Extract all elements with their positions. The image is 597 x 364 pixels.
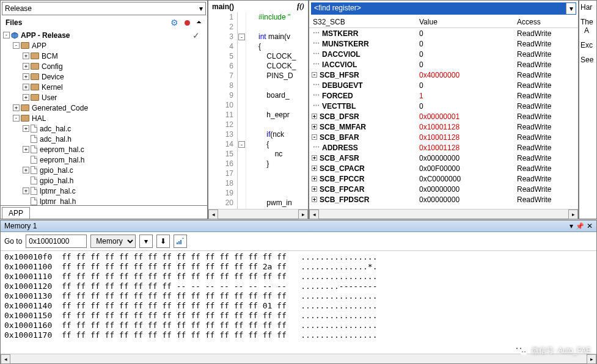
expand-icon[interactable]: +	[23, 73, 29, 80]
register-row[interactable]: ⋯DEBUGEVT0ReadWrite	[309, 80, 578, 90]
horizontal-scrollbar[interactable]: ◂ ▸	[208, 209, 308, 219]
expand-icon[interactable]: +	[23, 53, 29, 59]
file-gpio-c[interactable]: +gpio_hal.c	[3, 165, 205, 175]
file-gpio-h[interactable]: gpio_hal.h	[3, 175, 205, 186]
register-row[interactable]: ⋯MUNSTKERR0ReadWrite	[309, 38, 578, 49]
wechat-icon	[513, 344, 528, 357]
file-icon	[31, 135, 37, 143]
expand-icon[interactable]: +	[13, 104, 20, 111]
dropdown-button[interactable]: ▾	[139, 235, 153, 248]
chevron-down-icon[interactable]: ▾	[566, 3, 576, 14]
horizontal-scrollbar[interactable]: ◂ ▸	[309, 209, 578, 219]
file-lptmr-c[interactable]: +lptmr_hal.c	[3, 186, 205, 196]
expand-icon[interactable]: +	[23, 94, 29, 101]
folder-generated[interactable]: +Generated_Code	[3, 103, 205, 113]
register-value: 0x00000000	[419, 185, 517, 194]
expand-icon[interactable]: +	[23, 63, 29, 70]
expand-icon[interactable]: +	[23, 167, 29, 173]
expand-icon[interactable]: +	[23, 84, 29, 90]
refresh-icon[interactable]	[174, 235, 187, 248]
register-row[interactable]: +SCB_MMFAR0x10001128ReadWrite	[309, 122, 578, 132]
files-tree[interactable]: - APP - Release ✓ -APP +BCM +Config +Dev…	[1, 29, 207, 205]
register-row[interactable]: +SCB_FPDSCR0x00000000ReadWrite	[309, 194, 578, 205]
memory-titlebar[interactable]: Memory 1 ▾ 📌 ✕	[1, 220, 596, 232]
folder-icon	[21, 104, 29, 111]
register-row[interactable]: +SCB_FPCAR0x00000000ReadWrite	[309, 184, 578, 194]
expand-icon[interactable]: +	[23, 125, 29, 132]
collapse-icon[interactable]: -	[13, 115, 20, 122]
horizontal-scrollbar[interactable]: ◂ ▸	[1, 354, 596, 363]
expand-icon[interactable]: +	[23, 187, 29, 194]
code-editor[interactable]: 1234567891011121314151617181920 - - #inc…	[208, 12, 308, 209]
folder-app[interactable]: -APP	[3, 40, 205, 51]
address-input[interactable]	[26, 235, 87, 248]
fold-icon[interactable]: -	[238, 34, 245, 40]
scroll-left-icon[interactable]: ◂	[309, 209, 319, 219]
register-panel: <find register> ▾ S32_SCB Value Access ⋯…	[309, 0, 579, 219]
folder-icon	[31, 63, 39, 70]
collapse-icon[interactable]: -	[13, 42, 20, 49]
register-name: MSTKERR	[322, 29, 358, 38]
code-panel: main() f() 12345678910111213141516171819…	[208, 0, 309, 219]
register-row[interactable]: +SCB_DFSR0x00000001ReadWrite	[309, 111, 578, 122]
folder-device[interactable]: +Device	[3, 71, 205, 82]
file-eeprom-h[interactable]: eeprom_hal.h	[3, 155, 205, 165]
register-value: 0xC0000000	[419, 175, 517, 183]
chevron-up-icon[interactable]: 🞁	[196, 20, 202, 26]
file-eeprom-c[interactable]: +eeprom_hal.c	[3, 144, 205, 155]
project-root[interactable]: - APP - Release ✓	[3, 30, 205, 40]
dropdown-icon[interactable]: ▾	[570, 222, 573, 230]
gear-icon[interactable]: ⚙	[170, 18, 178, 27]
fold-icon[interactable]: -	[238, 141, 245, 148]
expand-icon[interactable]: +	[312, 155, 317, 161]
folder-config[interactable]: +Config	[3, 61, 205, 71]
register-row[interactable]: +SCB_AFSR0x00000000ReadWrite	[309, 153, 578, 163]
tab-app[interactable]: APP	[2, 207, 30, 219]
register-row[interactable]: -SCB_BFAR0x10001128ReadWrite	[309, 132, 578, 142]
scroll-right-icon[interactable]: ▸	[298, 209, 308, 219]
register-row[interactable]: +SCB_CPACR0x00F00000ReadWrite	[309, 163, 578, 173]
expand-icon[interactable]: +	[312, 197, 317, 202]
record-icon[interactable]	[185, 20, 190, 26]
file-adc-c[interactable]: +adc_hal.c	[3, 123, 205, 134]
scroll-left-icon[interactable]: ◂	[208, 209, 218, 219]
collapse-icon[interactable]: -	[312, 134, 317, 140]
register-row[interactable]: ⋯DACCVIOL0ReadWrite	[309, 49, 578, 59]
pin-icon[interactable]: 📌	[576, 222, 584, 230]
find-register-input[interactable]: <find register> ▾	[311, 2, 576, 15]
folder-kernel[interactable]: +Kernel	[3, 82, 205, 92]
register-row[interactable]: ⋯FORCED1ReadWrite	[309, 90, 578, 101]
file-adc-h[interactable]: adc_hal.h	[3, 134, 205, 144]
expand-icon[interactable]: +	[312, 166, 317, 171]
expand-icon[interactable]: +	[312, 186, 317, 192]
collapse-icon[interactable]: -	[3, 32, 10, 38]
collapse-icon[interactable]: -	[312, 72, 317, 78]
release-dropdown[interactable]: Release ▾	[2, 2, 206, 15]
expand-icon[interactable]: +	[312, 176, 317, 181]
register-row[interactable]: ⋯ADDRESS0x10001128ReadWrite	[309, 142, 578, 153]
register-name: SCB_FPCAR	[320, 185, 364, 194]
svg-point-10	[522, 351, 523, 352]
register-value: 0	[419, 40, 517, 48]
check-icon: ✓	[192, 31, 200, 40]
function-icon[interactable]: f()	[297, 2, 304, 11]
file-lptmr-h[interactable]: lptmr_hal.h	[3, 196, 205, 205]
folder-hal[interactable]: -HAL	[3, 113, 205, 123]
register-row[interactable]: -SCB_HFSR0x40000000ReadWrite	[309, 70, 578, 80]
register-name: IACCVIOL	[322, 60, 357, 69]
view-select[interactable]: Memory	[90, 235, 136, 248]
folder-bcm[interactable]: +BCM	[3, 51, 205, 61]
scroll-left-icon[interactable]: ◂	[1, 354, 10, 364]
expand-icon[interactable]: +	[312, 124, 317, 129]
register-row[interactable]: ⋯VECTTBL0ReadWrite	[309, 101, 578, 111]
close-icon[interactable]: ✕	[587, 222, 593, 230]
expand-icon[interactable]: +	[312, 114, 317, 119]
register-row[interactable]: ⋯IACCVIOL0ReadWrite	[309, 59, 578, 70]
folder-user[interactable]: +User	[3, 92, 205, 103]
scroll-right-icon[interactable]: ▸	[568, 209, 578, 219]
register-row[interactable]: ⋯MSTKERR0ReadWrite	[309, 28, 578, 38]
expand-icon[interactable]: +	[23, 146, 29, 153]
memory-content[interactable]: 0x100010f0 ff ff ff ff ff ff ff ff ff ff…	[1, 251, 596, 354]
register-row[interactable]: +SCB_FPCCR0xC0000000ReadWrite	[309, 173, 578, 184]
cursor-icon[interactable]: ⬇	[156, 235, 170, 248]
